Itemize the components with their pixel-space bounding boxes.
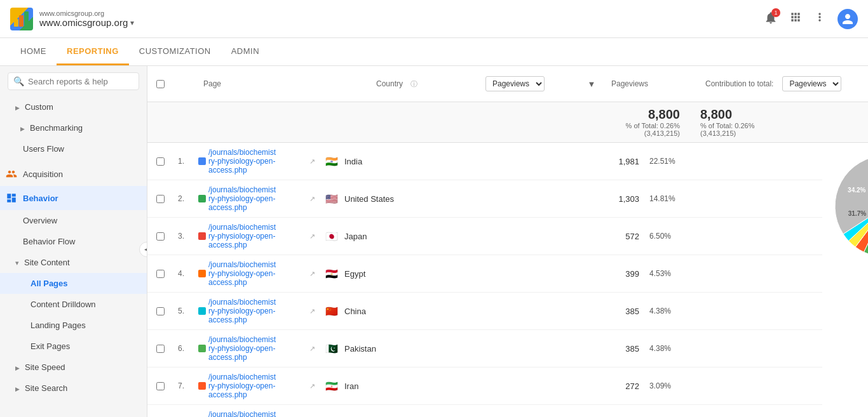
- row-page-link-1[interactable]: /journals/biochemistry-physiology-open-a…: [208, 185, 308, 212]
- sidebar-item-users-flow[interactable]: Users Flow: [0, 138, 147, 159]
- row-country-4: 🇨🇳 China: [320, 300, 435, 322]
- top-bar: www.omicsgroup.org www.omicsgroup.org ▾ …: [0, 0, 868, 38]
- row-checkbox-4[interactable]: [147, 302, 173, 321]
- contribution-selector-dropdown[interactable]: Pageviews: [782, 76, 841, 91]
- country-flag-1: 🇺🇸: [325, 193, 338, 205]
- summary-country-spacer: [366, 117, 480, 128]
- table-row: 4. /journals/biochemistry-physiology-ope…: [147, 255, 822, 293]
- row-page-2: /journals/biochemistry-physiology-open-a…: [193, 218, 320, 255]
- summary-pv2-container: 8,800 % of Total: 0.26% (3,413,215): [690, 102, 868, 142]
- row-checkbox-input-5[interactable]: [156, 345, 165, 353]
- user-avatar[interactable]: [837, 9, 858, 29]
- sidebar-item-custom[interactable]: Custom: [0, 96, 147, 117]
- row-checkbox-1[interactable]: [147, 190, 173, 208]
- row-checkbox-input-1[interactable]: [156, 195, 165, 203]
- row-pct-1: 14.81%: [644, 189, 822, 208]
- row-checkbox-input-3[interactable]: [156, 270, 165, 278]
- header-pv-selector[interactable]: Pageviews: [480, 71, 582, 96]
- row-checkbox-6[interactable]: [147, 377, 173, 395]
- header-pageviews: Pageviews: [601, 74, 690, 93]
- sidebar-item-site-content[interactable]: Site Content: [0, 252, 147, 273]
- country-name-1: United States: [344, 194, 394, 204]
- country-name-4: China: [344, 307, 366, 316]
- row-color-dot-1: [198, 195, 206, 202]
- row-country-7: 🇵🇱 Poland: [320, 413, 435, 418]
- row-pageviews-2: 572: [555, 227, 644, 246]
- row-color-dot-4: [198, 307, 206, 315]
- sidebar-item-site-speed[interactable]: Site Speed: [0, 357, 147, 378]
- country-name-3: Egypt: [344, 269, 365, 279]
- row-checkbox-5[interactable]: [147, 340, 173, 358]
- country-info-icon[interactable]: ⓘ: [410, 79, 417, 89]
- row-checkbox-input-4[interactable]: [156, 307, 165, 315]
- row-checkbox-0[interactable]: [147, 152, 173, 171]
- row-page-5: /journals/biochemistry-physiology-open-a…: [193, 330, 320, 367]
- row-color-dot-2: [198, 232, 206, 240]
- row-page-link-4[interactable]: /journals/biochemistry-physiology-open-a…: [208, 298, 308, 324]
- row-color-dot-6: [198, 382, 206, 390]
- header-sort[interactable]: ▼: [582, 74, 601, 94]
- row-pct-2: 6.50%: [644, 227, 822, 246]
- tab-customization[interactable]: CUSTOMIZATION: [129, 39, 221, 65]
- row-page-link-5[interactable]: /journals/biochemistry-physiology-open-a…: [208, 335, 308, 362]
- row-checkbox-input-0[interactable]: [156, 157, 165, 166]
- row-page-link-0[interactable]: /journals/biochemistry-physiology-open-a…: [208, 148, 308, 175]
- select-all-checkbox[interactable]: [156, 80, 165, 88]
- search-input[interactable]: [28, 77, 133, 86]
- row-page-link-2[interactable]: /journals/biochemistry-physiology-open-a…: [208, 223, 308, 249]
- row-num-3: 4.: [173, 264, 193, 283]
- apps-grid-button[interactable]: [789, 11, 802, 27]
- sidebar-item-behavior[interactable]: Behavior: [0, 186, 147, 210]
- svg-rect-0: [14, 19, 18, 27]
- site-dropdown-arrow[interactable]: ▾: [130, 18, 134, 27]
- row-checkbox-2[interactable]: [147, 227, 173, 246]
- row-page-link-6[interactable]: /journals/biochemistry-physiology-open-a…: [208, 373, 308, 399]
- svg-rect-1: [19, 15, 24, 27]
- sidebar-item-overview[interactable]: Overview: [0, 210, 147, 231]
- tab-admin[interactable]: ADMIN: [221, 39, 269, 65]
- tab-home[interactable]: HOME: [10, 39, 57, 65]
- sidebar-item-exit-pages[interactable]: Exit Pages: [0, 336, 147, 357]
- pie-label-9: 34.2%: [848, 187, 865, 194]
- site-url-main[interactable]: www.omicsgroup.org ▾: [39, 17, 134, 28]
- row-page-link-3[interactable]: /journals/biochemistry-physiology-open-a…: [208, 260, 308, 287]
- row-page-6: /journals/biochemistry-physiology-open-a…: [193, 367, 320, 404]
- pie-other-label: 31.7%: [848, 210, 866, 217]
- external-link-icon-5: ↗: [309, 345, 315, 353]
- summary-pageviews-1: 8,800 % of Total: 0.26% (3,413,215): [601, 102, 690, 142]
- external-link-icon-0: ↗: [309, 157, 315, 166]
- main-layout: ◀ 🔍 Custom Benchmarking Users Flow: [0, 66, 868, 417]
- row-page-link-7[interactable]: /journals/biochemistry-physiology-open-a…: [208, 410, 308, 417]
- row-country-2: 🇯🇵 Japan: [320, 225, 435, 248]
- pageviews-selector-dropdown[interactable]: Pageviews: [485, 76, 545, 91]
- sidebar-item-all-pages[interactable]: All Pages: [0, 273, 147, 294]
- sidebar-item-benchmarking[interactable]: Benchmarking: [0, 117, 147, 138]
- row-checkbox-input-6[interactable]: [156, 382, 165, 390]
- row-page-7: /journals/biochemistry-physiology-open-a…: [193, 405, 320, 417]
- notification-button[interactable]: 1: [764, 11, 778, 27]
- row-pct-3: 4.53%: [644, 264, 822, 283]
- more-options-button[interactable]: [813, 11, 826, 27]
- row-checkbox-7[interactable]: [147, 414, 173, 418]
- search-icon: 🔍: [13, 76, 24, 86]
- search-box[interactable]: 🔍: [8, 72, 139, 90]
- pie-chart: 22.5%14.8%6.5%34.2%31.7%: [829, 149, 868, 263]
- header-checkbox[interactable]: [147, 75, 173, 93]
- tab-reporting[interactable]: REPORTING: [57, 39, 129, 65]
- row-pageviews-6: 272: [555, 376, 644, 396]
- row-checkbox-3[interactable]: [147, 265, 173, 283]
- sidebar-item-content-drilldown[interactable]: Content Drilldown: [0, 294, 147, 315]
- sort-button[interactable]: ▼: [588, 79, 596, 89]
- sidebar-item-landing-pages[interactable]: Landing Pages: [0, 315, 147, 336]
- chart-area: 22.5%14.8%6.5%34.2%31.7%: [822, 143, 868, 417]
- sidebar-item-behavior-flow[interactable]: Behavior Flow: [0, 231, 147, 252]
- sidebar-scroll: Custom Benchmarking Users Flow Acquisiti…: [0, 96, 147, 399]
- country-name-2: Japan: [344, 232, 367, 241]
- row-pageviews-4: 385: [555, 301, 644, 321]
- sidebar-item-site-search[interactable]: Site Search: [0, 378, 147, 399]
- site-content-expand-icon: [15, 258, 19, 267]
- custom-expand-icon: [15, 102, 20, 112]
- row-page-0: /journals/biochemistry-physiology-open-a…: [193, 143, 320, 180]
- sidebar-item-acquisition[interactable]: Acquisition: [0, 162, 147, 186]
- row-checkbox-input-2[interactable]: [156, 232, 165, 241]
